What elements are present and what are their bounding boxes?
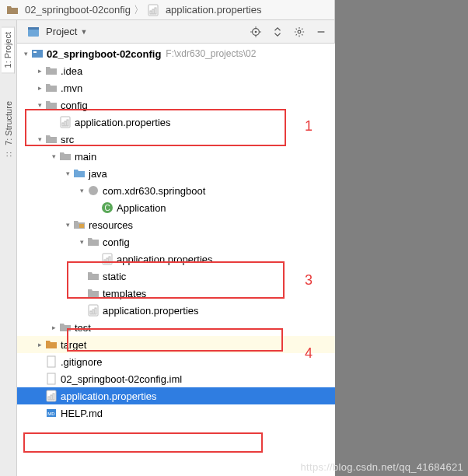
tree-item-label: .gitignore (61, 356, 102, 368)
folder-icon (87, 236, 100, 248)
hide-button[interactable] (313, 23, 330, 40)
tree-item-label: config (103, 236, 130, 248)
expand-icon (272, 26, 283, 37)
breadcrumb-root-label: 02_springboot-02config (25, 4, 131, 16)
svg-rect-15 (33, 51, 37, 53)
tree-resources-config-props[interactable]: application.properties (17, 250, 335, 268)
tree-java[interactable]: ▾ java (17, 165, 335, 182)
tree-root-label: 02_springboot-02config (47, 48, 161, 60)
svg-point-12 (298, 30, 301, 33)
tree-resources[interactable]: ▾ resources (17, 216, 335, 233)
project-view-label: Project (46, 26, 77, 37)
svg-rect-26 (107, 258, 108, 263)
project-icon (27, 26, 40, 38)
chevron-down-icon[interactable]: ▾ (48, 152, 59, 160)
svg-rect-37 (53, 394, 54, 400)
chevron-right-icon[interactable]: ▸ (48, 324, 59, 331)
chevron-right-icon[interactable]: ▸ (34, 341, 45, 348)
tree-idea[interactable]: ▸ .idea (17, 62, 335, 79)
tree-package[interactable]: ▾ com.xdr630.springboot (17, 182, 335, 199)
chevron-down-icon[interactable]: ▾ (76, 187, 87, 194)
tree-gitignore[interactable]: .gitignore (17, 353, 335, 370)
tab-structure[interactable]: ∷ 7: Structure (2, 96, 15, 163)
folder-icon (59, 150, 72, 163)
tree-test[interactable]: ▸ test (17, 319, 335, 336)
tree-root[interactable]: ▾ 02_springboot-02config F:\xdr630_proje… (17, 45, 335, 62)
chevron-right-icon[interactable]: ▸ (34, 67, 45, 75)
tree-static[interactable]: static (17, 268, 335, 285)
tree-resources-props[interactable]: application.properties (17, 302, 335, 319)
folder-icon (6, 4, 19, 16)
tree-item-label: .mvn (61, 82, 82, 94)
tab-project[interactable]: 1: Project (2, 26, 15, 73)
tree-help[interactable]: MD HELP.md (17, 404, 335, 422)
tree-resources-config[interactable]: ▾ config (17, 233, 335, 250)
tree-src[interactable]: ▾ src (17, 131, 335, 148)
tree-item-label: templates (103, 288, 146, 299)
project-view-selector[interactable]: Project ▼ (22, 23, 93, 40)
svg-rect-29 (90, 311, 92, 314)
settings-button[interactable] (291, 23, 308, 40)
chevron-down-icon[interactable]: ▾ (62, 221, 73, 229)
folder-icon (87, 287, 100, 299)
svg-point-7 (255, 30, 257, 33)
tree-config[interactable]: ▾ config (17, 96, 335, 114)
expand-all-button[interactable] (269, 23, 286, 40)
tree-target[interactable]: ▸ target (17, 336, 335, 353)
tree-item-label: target (61, 339, 86, 351)
tree-templates[interactable]: templates (17, 285, 335, 302)
tree-config-props[interactable]: application.properties (17, 114, 335, 131)
tree-item-label: java (89, 168, 107, 180)
breadcrumb-file-label: application.properties (166, 4, 262, 16)
locate-button[interactable] (247, 23, 264, 40)
svg-text:C: C (104, 204, 110, 212)
folder-icon (45, 82, 58, 94)
tree-mvn[interactable]: ▸ .mvn (17, 79, 335, 96)
svg-rect-23 (79, 224, 84, 228)
class-icon: C (101, 201, 114, 214)
svg-rect-18 (65, 121, 66, 126)
tree-item-label: src (61, 134, 74, 145)
tree-item-label: static (103, 271, 126, 282)
svg-rect-31 (95, 308, 96, 314)
folder-icon (45, 99, 58, 111)
svg-rect-1 (150, 11, 152, 14)
chevron-down-icon[interactable]: ▾ (20, 50, 31, 58)
tree-item-label: test (75, 322, 91, 334)
breadcrumb-root[interactable]: 02_springboot-02config (6, 4, 131, 16)
tree-app-class[interactable]: C Application (17, 199, 335, 216)
tree-root-props[interactable]: application.properties (17, 387, 335, 404)
folder-icon (87, 270, 100, 282)
tree-root-path: F:\xdr630_projects\02 (166, 48, 256, 59)
project-toolbar: Project ▼ (17, 20, 334, 44)
breadcrumb-file[interactable]: application.properties (147, 4, 262, 16)
svg-rect-5 (28, 27, 39, 30)
tree-main[interactable]: ▾ main (17, 148, 335, 165)
chevron-down-icon[interactable]: ▾ (34, 101, 45, 109)
chevron-down-icon[interactable]: ▾ (62, 170, 73, 177)
gear-icon (294, 26, 305, 37)
tree-item-label: 02_springboot-02config.iml (61, 373, 182, 385)
properties-file-icon (101, 253, 114, 265)
source-folder-icon (73, 167, 86, 180)
svg-point-20 (89, 186, 98, 195)
chevron-down-icon: ▼ (80, 28, 87, 36)
chevron-right-icon[interactable]: ▸ (34, 84, 45, 92)
properties-file-icon (87, 304, 100, 317)
breadcrumb-separator-icon: 〉 (134, 3, 144, 17)
tab-structure-label: 7: Structure (4, 101, 13, 145)
chevron-down-icon[interactable]: ▾ (76, 238, 87, 246)
tree-item-label: application.properties (103, 305, 199, 317)
chevron-down-icon[interactable]: ▾ (34, 135, 45, 143)
tree-iml[interactable]: 02_springboot-02config.iml (17, 370, 335, 387)
tree-item-label: application.properties (117, 254, 213, 265)
project-tree[interactable]: ▾ 02_springboot-02config F:\xdr630_proje… (17, 44, 335, 476)
module-icon (31, 47, 44, 60)
svg-rect-36 (51, 395, 52, 400)
tree-item-label: com.xdr630.springboot (103, 185, 205, 197)
svg-rect-3 (155, 8, 156, 14)
svg-rect-35 (48, 397, 50, 400)
tree-item-label: .idea (61, 65, 82, 77)
svg-text:MD: MD (47, 411, 55, 416)
file-icon (45, 355, 58, 368)
